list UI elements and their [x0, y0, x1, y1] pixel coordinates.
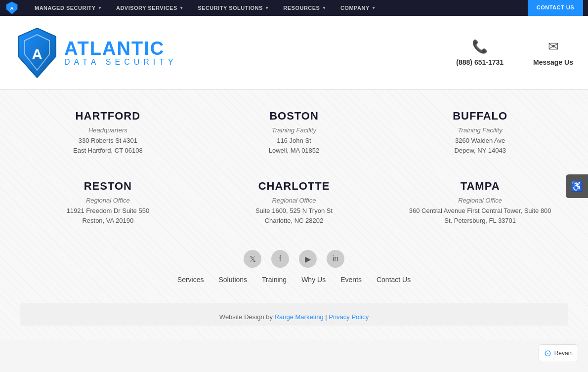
office-type: Regional Office: [25, 197, 191, 204]
email-icon: ✉: [548, 39, 559, 54]
office-type: Training Facility: [211, 126, 378, 134]
footer-nav: ServicesSolutionsTrainingWhy UsEventsCon…: [20, 276, 568, 284]
office-card-boston: BOSTON Training Facility 116 John StLowe…: [206, 105, 382, 160]
nav-caret-icon: ▼: [265, 5, 269, 10]
phone-icon: 📞: [472, 39, 488, 54]
nav-advisory-services[interactable]: ADVISORY SERVICES ▼: [109, 0, 191, 16]
office-type: Training Facility: [397, 126, 563, 134]
nav-items: MANAGED SECURITY ▼ ADVISORY SERVICES ▼ S…: [28, 0, 528, 16]
office-card-reston: RESTON Regional Office 11921 Freedom Dr …: [20, 175, 196, 230]
social-row: 𝕏 f ▶ in: [20, 250, 568, 268]
office-type: Regional Office: [397, 197, 563, 204]
bottom-text: Website Design by Range Marketing | Priv…: [20, 313, 568, 321]
revain-widget[interactable]: ⊙ Revain: [539, 344, 578, 362]
message-contact[interactable]: ✉ Message Us: [533, 39, 573, 66]
office-address: 330 Roberts St #301East Hartford, CT 061…: [25, 136, 191, 155]
office-address: 360 Central Avenue First Central Tower, …: [397, 206, 563, 225]
revain-label: Revain: [554, 350, 573, 357]
nav-caret-icon: ▼: [98, 5, 102, 10]
office-city: BOSTON: [211, 110, 378, 123]
navigation: A MANAGED SECURITY ▼ ADVISORY SERVICES ▼…: [0, 0, 588, 16]
logo-shield-icon: A: [15, 26, 59, 80]
office-type: Headquarters: [25, 126, 191, 134]
office-address: 11921 Freedom Dr Suite 550Reston, VA 201…: [25, 206, 191, 225]
footer-nav-item-events[interactable]: Events: [340, 276, 362, 284]
office-type: Regional Office: [211, 197, 378, 204]
revain-icon: ⊙: [544, 348, 551, 359]
phone-number: (888) 651-1731: [456, 58, 504, 66]
nav-managed-security[interactable]: MANAGED SECURITY ▼: [28, 0, 109, 16]
bottom-bar: Website Design by Range Marketing | Priv…: [20, 303, 568, 326]
phone-contact[interactable]: 📞 (888) 651-1731: [456, 39, 504, 66]
office-address: 116 John StLowell, MA 01852: [211, 136, 378, 155]
nav-company[interactable]: COMPANY ▼: [334, 0, 383, 16]
header: A ATLANTIC DATA SECURITY 📞 (888) 651-173…: [0, 16, 588, 90]
message-us-label: Message Us: [533, 58, 573, 66]
range-marketing-link[interactable]: Range Marketing: [275, 313, 324, 321]
nav-logo[interactable]: A: [5, 1, 19, 15]
contact-us-button[interactable]: CONTACT US: [528, 0, 583, 16]
office-card-charlotte: CHARLOTTE Regional Office Suite 1600, 52…: [206, 175, 382, 230]
nav-caret-icon: ▼: [179, 5, 184, 10]
nav-caret-icon: ▼: [372, 5, 376, 10]
offices-grid: HARTFORD Headquarters 330 Roberts St #30…: [20, 105, 568, 230]
header-logo[interactable]: A ATLANTIC DATA SECURITY: [15, 26, 456, 80]
office-city: CHARLOTTE: [211, 180, 378, 193]
nav-security-solutions[interactable]: SECURITY SOLUTIONS ▼: [191, 0, 276, 16]
accessibility-icon: ♿: [571, 180, 583, 192]
office-address: Suite 1600, 525 N Tryon StCharlotte, NC …: [211, 206, 378, 225]
logo-data-security-text: DATA SECURITY: [64, 58, 177, 67]
nav-caret-icon: ▼: [322, 5, 326, 10]
accessibility-widget[interactable]: ♿: [566, 174, 588, 198]
logo-atlantic-text: ATLANTIC: [64, 39, 177, 58]
office-card-hartford: HARTFORD Headquarters 330 Roberts St #30…: [20, 105, 196, 160]
twitter-button[interactable]: 𝕏: [244, 250, 261, 268]
office-card-buffalo: BUFFALO Training Facility 3260 Walden Av…: [392, 105, 568, 160]
header-contact: 📞 (888) 651-1731 ✉ Message Us: [456, 39, 573, 66]
office-card-tampa: TAMPA Regional Office 360 Central Avenue…: [392, 175, 568, 230]
office-city: TAMPA: [397, 180, 563, 193]
svg-text:A: A: [32, 46, 42, 62]
office-city: BUFFALO: [397, 110, 563, 123]
logo-text: ATLANTIC DATA SECURITY: [64, 39, 177, 67]
office-city: HARTFORD: [25, 110, 191, 123]
office-city: RESTON: [25, 180, 191, 193]
facebook-button[interactable]: f: [271, 250, 289, 268]
footer-nav-item-solutions[interactable]: Solutions: [218, 276, 247, 284]
office-address: 3260 Walden AveDepew, NY 14043: [397, 136, 563, 155]
footer-nav-item-services[interactable]: Services: [177, 276, 204, 284]
main-content: HARTFORD Headquarters 330 Roberts St #30…: [0, 90, 588, 340]
svg-text:A: A: [10, 5, 13, 11]
privacy-policy-link[interactable]: Privacy Policy: [329, 313, 369, 321]
linkedin-button[interactable]: in: [327, 250, 344, 268]
nav-resources[interactable]: RESOURCES ▼: [276, 0, 334, 16]
logo-img-area: A ATLANTIC DATA SECURITY: [15, 26, 456, 80]
footer-nav-item-training[interactable]: Training: [262, 276, 287, 284]
nav-logo-icon: A: [5, 1, 19, 15]
footer-nav-item-why-us[interactable]: Why Us: [301, 276, 326, 284]
youtube-button[interactable]: ▶: [299, 250, 317, 268]
footer-nav-item-contact-us[interactable]: Contact Us: [377, 276, 411, 284]
